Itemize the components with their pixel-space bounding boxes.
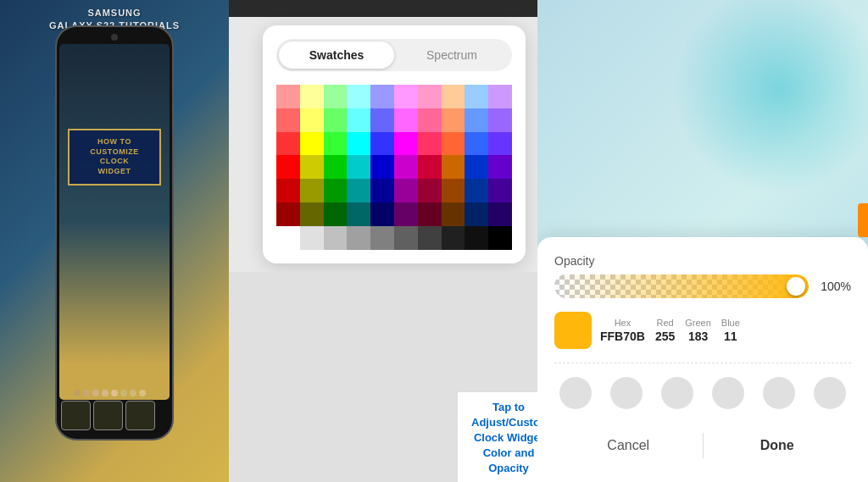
color-dot: [120, 390, 127, 396]
cancel-button[interactable]: Cancel: [554, 426, 703, 465]
center-top-dark: [229, 0, 559, 17]
swatch-cell[interactable]: [465, 85, 488, 108]
swatch-cell[interactable]: [394, 85, 418, 108]
swatch-cell[interactable]: [394, 155, 418, 179]
done-button[interactable]: Done: [704, 426, 852, 465]
swatch-cell[interactable]: [488, 108, 512, 132]
swatch-cell[interactable]: [418, 85, 442, 108]
opacity-slider[interactable]: [554, 274, 809, 298]
swatch-cell[interactable]: [300, 226, 324, 250]
swatch-cell[interactable]: [465, 132, 488, 156]
center-panel: Swatches Spectrum Tap to Adjust/Customiz…: [229, 0, 559, 482]
swatch-cell[interactable]: [324, 155, 348, 179]
tab-bar: Swatches Spectrum: [276, 39, 512, 71]
swatch-cell[interactable]: [370, 85, 394, 108]
color-dot: [92, 390, 99, 396]
green-group: Green 183: [685, 318, 711, 343]
swatch-cell[interactable]: [347, 226, 370, 250]
tab-spectrum[interactable]: Spectrum: [394, 42, 509, 69]
swatch-cell[interactable]: [442, 85, 465, 108]
opacity-section: Opacity 100%: [554, 254, 851, 298]
color-dot: [74, 390, 81, 396]
swatch-cell[interactable]: [442, 108, 465, 132]
recent-color-1[interactable]: [559, 377, 592, 409]
swatch-cell[interactable]: [300, 155, 324, 179]
swatch-cell[interactable]: [347, 202, 370, 226]
swatch-cell[interactable]: [418, 132, 442, 156]
swatch-cell[interactable]: [347, 108, 370, 132]
orange-accent: [858, 203, 868, 237]
swatch-cell[interactable]: [324, 132, 348, 156]
green-value: 183: [688, 330, 708, 343]
swatch-cell[interactable]: [370, 202, 394, 226]
swatch-cell[interactable]: [394, 202, 418, 226]
phone-bottom: [61, 401, 168, 430]
swatch-cell[interactable]: [394, 226, 418, 250]
color-dots: [74, 390, 159, 396]
swatch-cell[interactable]: [347, 85, 370, 108]
swatch-cell[interactable]: [465, 155, 488, 179]
swatch-cell[interactable]: [488, 132, 512, 156]
swatch-cell[interactable]: [488, 85, 512, 108]
phone-mockup: HOW TOCUSTOMIZECLOCKWIDGET: [55, 25, 174, 440]
swatch-cell[interactable]: [442, 179, 465, 202]
swatch-cell[interactable]: [488, 226, 512, 250]
swatch-cell[interactable]: [394, 108, 418, 132]
swatch-cell[interactable]: [276, 179, 300, 202]
swatch-cell[interactable]: [418, 202, 442, 226]
recent-color-2[interactable]: [610, 377, 643, 409]
swatch-cell[interactable]: [418, 179, 442, 202]
swatch-cell[interactable]: [347, 132, 370, 156]
recent-color-4[interactable]: [712, 377, 744, 409]
opacity-thumb: [787, 277, 805, 296]
swatch-cell[interactable]: [300, 132, 324, 156]
blue-value: 11: [724, 330, 737, 343]
recent-color-5[interactable]: [763, 377, 795, 409]
swatch-cell[interactable]: [276, 132, 300, 156]
swatch-cell[interactable]: [418, 108, 442, 132]
hex-group: Hex FFB70B: [600, 318, 645, 343]
swatch-cell[interactable]: [442, 226, 465, 250]
swatch-cell[interactable]: [276, 108, 300, 132]
swatch-cell[interactable]: [324, 108, 348, 132]
swatch-cell[interactable]: [276, 226, 300, 250]
swatch-cell[interactable]: [347, 179, 370, 202]
thumb-2: [93, 401, 123, 430]
swatch-cell[interactable]: [276, 85, 300, 108]
recent-color-6[interactable]: [814, 377, 846, 409]
swatch-cell[interactable]: [418, 226, 442, 250]
swatch-cell[interactable]: [442, 202, 465, 226]
swatch-cell[interactable]: [488, 179, 512, 202]
swatch-cell[interactable]: [370, 108, 394, 132]
swatch-cell[interactable]: [442, 155, 465, 179]
swatch-cell[interactable]: [276, 155, 300, 179]
swatch-cell[interactable]: [442, 132, 465, 156]
swatch-cell[interactable]: [465, 202, 488, 226]
swatches-grid: [276, 85, 512, 250]
tab-swatches[interactable]: Swatches: [279, 42, 394, 69]
swatch-cell[interactable]: [465, 179, 488, 202]
swatch-cell[interactable]: [300, 179, 324, 202]
swatch-cell[interactable]: [465, 108, 488, 132]
recent-color-3[interactable]: [661, 377, 693, 409]
swatch-cell[interactable]: [276, 202, 300, 226]
swatch-cell[interactable]: [324, 85, 348, 108]
swatch-cell[interactable]: [300, 85, 324, 108]
swatch-cell[interactable]: [418, 155, 442, 179]
swatch-cell[interactable]: [370, 132, 394, 156]
swatch-cell[interactable]: [488, 202, 512, 226]
swatch-cell[interactable]: [394, 179, 418, 202]
swatch-cell[interactable]: [465, 226, 488, 250]
swatch-cell[interactable]: [370, 155, 394, 179]
swatch-cell[interactable]: [347, 155, 370, 179]
swatch-cell[interactable]: [300, 108, 324, 132]
swatch-cell[interactable]: [324, 202, 348, 226]
swatch-cell[interactable]: [300, 202, 324, 226]
swatch-cell[interactable]: [370, 226, 394, 250]
swatch-cell[interactable]: [324, 226, 348, 250]
swatch-cell[interactable]: [488, 155, 512, 179]
swatch-cell[interactable]: [324, 179, 348, 202]
phone-camera: [111, 34, 118, 41]
swatch-cell[interactable]: [394, 132, 418, 156]
swatch-cell[interactable]: [370, 179, 394, 202]
